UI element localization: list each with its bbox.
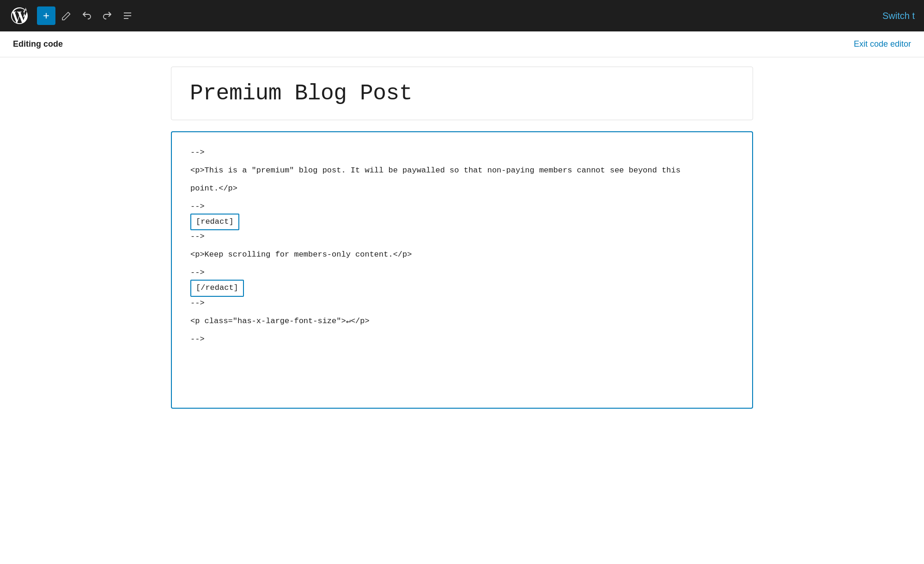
undo-button[interactable]	[78, 6, 96, 25]
code-line-3: <p>This is a "premium" blog post. It wil…	[190, 164, 734, 178]
list-icon	[122, 10, 133, 21]
toolbar-actions: +	[37, 6, 137, 25]
code-line-5: point.</p>	[190, 182, 734, 196]
code-line-11: <p>Keep scrolling for members-only conte…	[190, 248, 734, 262]
pencil-icon	[61, 10, 72, 21]
editing-code-label: Editing code	[13, 39, 63, 49]
code-editor-area[interactable]: --> <p>This is a "premium" blog post. It…	[171, 131, 753, 409]
redo-icon	[102, 10, 113, 21]
title-box: Premium Blog Post	[171, 67, 753, 120]
close-redact-shortcode: [/redact]	[190, 280, 244, 297]
code-line-8: [redact]	[190, 214, 734, 231]
switch-to-editor-link[interactable]: Switch t	[882, 11, 915, 21]
exit-code-editor-button[interactable]: Exit code editor	[854, 39, 911, 49]
undo-icon	[81, 10, 92, 21]
redact-shortcode: [redact]	[190, 214, 239, 231]
wp-logo	[6, 0, 33, 31]
details-button[interactable]	[118, 6, 137, 25]
main-content: Premium Blog Post --> <p>This is a "prem…	[0, 57, 924, 418]
wordpress-icon	[11, 7, 28, 24]
post-title: Premium Blog Post	[190, 81, 734, 106]
redo-button[interactable]	[98, 6, 116, 25]
add-block-button[interactable]: +	[37, 6, 55, 25]
code-editor-bar: Editing code Exit code editor	[0, 31, 924, 57]
code-line-17: <p class="has-x-large-font-size">↵</p>	[190, 315, 734, 328]
tools-button[interactable]	[57, 6, 76, 25]
code-line-14: [/redact]	[190, 280, 734, 297]
code-block: --> <p>This is a "premium" blog post. It…	[190, 146, 734, 346]
toolbar: + Switch t	[0, 0, 924, 31]
